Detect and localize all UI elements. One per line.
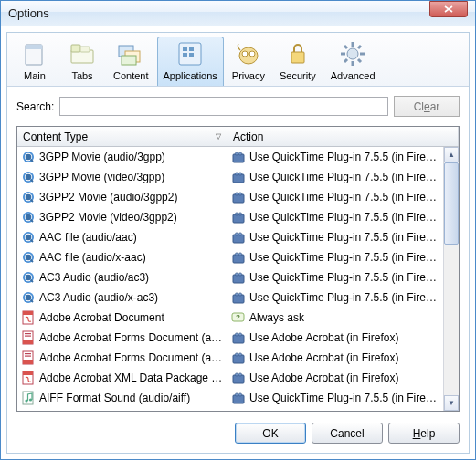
- content-type-text: Adobe Acrobat Document: [39, 311, 164, 324]
- applications-tab-label: Applications: [164, 70, 217, 81]
- content-tab-label: Content: [113, 70, 149, 81]
- content-type-cell: AC3 Audio (audio/ac3): [17, 270, 227, 285]
- content-type-text: AIFF Format Sound (audio/aiff): [39, 392, 190, 404]
- list-row[interactable]: 3GPP Movie (audio/3gpp) Use QuickTime Pl…: [17, 147, 443, 167]
- applications-tab[interactable]: Applications: [157, 37, 224, 86]
- search-input[interactable]: [59, 97, 388, 116]
- list-row[interactable]: Adobe Acrobat Forms Document (a… Use Ado…: [17, 348, 443, 368]
- list-row[interactable]: AC3 Audio (audio/x-ac3) Use QuickTime Pl…: [17, 288, 443, 308]
- list-row[interactable]: 3GPP Movie (video/3gpp) Use QuickTime Pl…: [17, 167, 443, 187]
- list-row[interactable]: Adobe Acrobat XML Data Package File Use …: [17, 368, 443, 388]
- action-cell: Use QuickTime Plug-in 7.5.5 (in Firef…: [227, 210, 443, 225]
- security-tab[interactable]: Security: [273, 37, 323, 86]
- column-content-type[interactable]: Content Type ▽: [17, 127, 227, 146]
- content-type-cell: AAC file (audio/aac): [17, 230, 227, 245]
- action-icon: [231, 250, 246, 265]
- content-type-text: 3GPP Movie (audio/3gpp): [39, 151, 165, 163]
- content-type-cell: 3GPP Movie (audio/3gpp): [17, 150, 227, 164]
- search-row: Search: CClearlear: [7, 87, 469, 126]
- content-type-text: AC3 Audio (audio/x-ac3): [39, 291, 158, 304]
- filetype-icon: [21, 270, 36, 285]
- ok-button[interactable]: OK: [235, 423, 306, 444]
- content-type-text: AC3 Audio (audio/ac3): [39, 271, 149, 284]
- privacy-tab-icon: [234, 39, 263, 68]
- dialog-buttons: OK Cancel Help: [7, 415, 469, 453]
- action-cell: Use QuickTime Plug-in 7.5.5 (in Firef…: [227, 170, 443, 184]
- action-icon: [231, 170, 246, 184]
- action-cell: Use Adobe Acrobat (in Firefox): [227, 350, 443, 365]
- clear-button[interactable]: CClearlear: [394, 96, 460, 117]
- action-cell: Use QuickTime Plug-in 7.5.5 (in Firef…: [227, 391, 443, 405]
- content-type-cell: AAC file (audio/x-aac): [17, 250, 227, 265]
- tabs-tab[interactable]: Tabs: [59, 37, 105, 86]
- filetype-icon: [21, 170, 36, 184]
- action-icon: [231, 391, 246, 405]
- tabs-tab-label: Tabs: [71, 70, 92, 81]
- action-text: Use QuickTime Plug-in 7.5.5 (in Firef…: [249, 211, 439, 224]
- main-tab[interactable]: Main: [12, 37, 58, 86]
- list-row[interactable]: 3GPP2 Movie (audio/3gpp2) Use QuickTime …: [17, 187, 443, 207]
- action-icon: [231, 330, 246, 345]
- main-tab-label: Main: [24, 70, 46, 81]
- list-row[interactable]: Adobe Acrobat Forms Document (a… Use Ado…: [17, 328, 443, 348]
- list-row[interactable]: AAC file (audio/aac) Use QuickTime Plug-…: [17, 227, 443, 247]
- content-type-text: 3GPP2 Movie (video/3gpp2): [39, 211, 177, 224]
- content-type-text: Adobe Acrobat XML Data Package File: [39, 371, 224, 384]
- action-cell: Use Adobe Acrobat (in Firefox): [227, 371, 443, 385]
- action-icon: [231, 350, 246, 365]
- scroll-down-button[interactable]: ▼: [444, 395, 459, 411]
- security-tab-icon: [283, 39, 312, 68]
- advanced-tab[interactable]: Advanced: [324, 37, 382, 86]
- filetype-icon: [21, 150, 36, 164]
- scroll-track[interactable]: [444, 162, 459, 395]
- filetype-icon: [21, 230, 36, 245]
- list-row[interactable]: Adobe Acrobat Document Always ask: [17, 308, 443, 328]
- help-button[interactable]: Help: [388, 423, 460, 444]
- sort-arrow-icon: ▽: [216, 132, 221, 141]
- action-text: Use QuickTime Plug-in 7.5.5 (in Firef…: [249, 151, 439, 163]
- filetype-icon: [21, 250, 36, 265]
- search-label: Search:: [16, 100, 54, 113]
- action-cell: Use QuickTime Plug-in 7.5.5 (in Firef…: [227, 150, 443, 164]
- content-type-cell: 3GPP2 Movie (audio/3gpp2): [17, 190, 227, 204]
- list-row[interactable]: 3GPP2 Movie (video/3gpp2) Use QuickTime …: [17, 207, 443, 227]
- list-row[interactable]: AC3 Audio (audio/ac3) Use QuickTime Plug…: [17, 267, 443, 288]
- filetype-icon: [21, 310, 36, 325]
- list-header: Content Type ▽ Action: [17, 127, 459, 147]
- action-icon: [231, 371, 246, 385]
- scroll-up-button[interactable]: ▲: [444, 147, 459, 162]
- scrollbar[interactable]: ▲ ▼: [443, 147, 459, 411]
- content-type-cell: Adobe Acrobat Forms Document (a…: [17, 330, 227, 345]
- window-title: Options: [8, 6, 429, 20]
- content-type-text: 3GPP2 Movie (audio/3gpp2): [39, 191, 177, 204]
- action-cell: Use QuickTime Plug-in 7.5.5 (in Firef…: [227, 190, 443, 204]
- privacy-tab-label: Privacy: [232, 70, 265, 81]
- action-cell: Use QuickTime Plug-in 7.5.5 (in Firef…: [227, 290, 443, 305]
- action-icon: [231, 230, 246, 245]
- column-action[interactable]: Action: [227, 127, 459, 146]
- action-text: Use Adobe Acrobat (in Firefox): [249, 371, 398, 384]
- filetype-icon: [21, 190, 36, 204]
- scroll-thumb[interactable]: [444, 162, 459, 245]
- action-text: Use QuickTime Plug-in 7.5.5 (in Firef…: [249, 251, 439, 264]
- list-row[interactable]: AIFF Format Sound (audio/aiff) Use Quick…: [17, 388, 443, 408]
- action-icon: [231, 310, 246, 325]
- action-text: Use Adobe Acrobat (in Firefox): [249, 351, 398, 364]
- applications-list: Content Type ▽ Action 3GPP Movie (audio/…: [16, 126, 460, 412]
- applications-tab-icon: [175, 39, 205, 68]
- privacy-tab[interactable]: Privacy: [226, 37, 271, 86]
- cancel-button[interactable]: Cancel: [312, 423, 383, 444]
- list-row[interactable]: AAC file (audio/x-aac) Use QuickTime Plu…: [17, 247, 443, 267]
- close-icon[interactable]: [429, 1, 468, 17]
- content-type-cell: Adobe Acrobat XML Data Package File: [17, 371, 227, 385]
- filetype-icon: [21, 371, 36, 385]
- list-body: 3GPP Movie (audio/3gpp) Use QuickTime Pl…: [17, 147, 459, 411]
- action-text: Use QuickTime Plug-in 7.5.5 (in Firef…: [249, 231, 439, 244]
- action-text: Use QuickTime Plug-in 7.5.5 (in Firef…: [249, 271, 439, 284]
- security-tab-label: Security: [280, 70, 316, 81]
- action-cell: Always ask: [227, 310, 443, 325]
- advanced-tab-icon: [338, 39, 367, 68]
- action-cell: Use Adobe Acrobat (in Firefox): [227, 330, 443, 345]
- content-tab[interactable]: Content: [107, 37, 155, 86]
- filetype-icon: [21, 330, 36, 345]
